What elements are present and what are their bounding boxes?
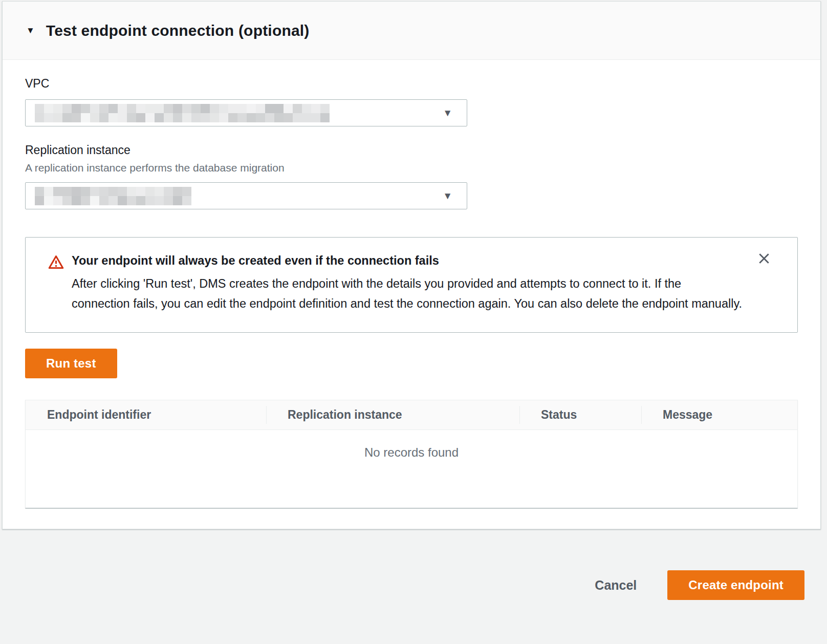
- column-header-replication-instance: Replication instance: [266, 400, 519, 430]
- test-endpoint-connection-panel: ▼ Test endpoint connection (optional) VP…: [2, 1, 821, 529]
- form-footer: Cancel Create endpoint: [0, 570, 827, 600]
- alert-title: Your endpoint will always be created eve…: [72, 254, 439, 268]
- table-header-row: Endpoint identifier Replication instance…: [26, 400, 797, 430]
- section-body: VPC ▼ Replication instance A replication…: [3, 77, 820, 529]
- column-header-status: Status: [519, 400, 641, 430]
- replication-instance-select[interactable]: ▼: [25, 182, 467, 209]
- warning-triangle-icon: [48, 255, 64, 269]
- collapse-caret-icon[interactable]: ▼: [26, 26, 35, 35]
- vpc-select[interactable]: ▼: [25, 99, 467, 126]
- run-test-button[interactable]: Run test: [25, 349, 117, 378]
- test-results-table: Endpoint identifier Replication instance…: [25, 400, 798, 508]
- chevron-down-icon: ▼: [443, 191, 452, 201]
- cancel-button[interactable]: Cancel: [595, 578, 637, 593]
- warning-alert: Your endpoint will always be created eve…: [25, 237, 798, 333]
- page-title: Test endpoint connection (optional): [46, 22, 310, 39]
- close-icon[interactable]: [757, 252, 771, 265]
- alert-body-text: After clicking 'Run test', DMS creates t…: [72, 274, 742, 314]
- empty-state-message: No records found: [26, 430, 797, 508]
- replication-instance-description: A replication instance performs the data…: [25, 162, 798, 174]
- section-header[interactable]: ▼ Test endpoint connection (optional): [3, 2, 820, 60]
- chevron-down-icon: ▼: [443, 108, 452, 118]
- vpc-redacted-value: [35, 104, 330, 122]
- column-header-endpoint-identifier: Endpoint identifier: [26, 400, 266, 430]
- create-endpoint-button[interactable]: Create endpoint: [667, 570, 804, 600]
- vpc-label: VPC: [25, 77, 798, 91]
- replication-instance-label: Replication instance: [25, 143, 798, 157]
- column-header-message: Message: [641, 400, 797, 430]
- replication-instance-redacted-value: [35, 187, 191, 205]
